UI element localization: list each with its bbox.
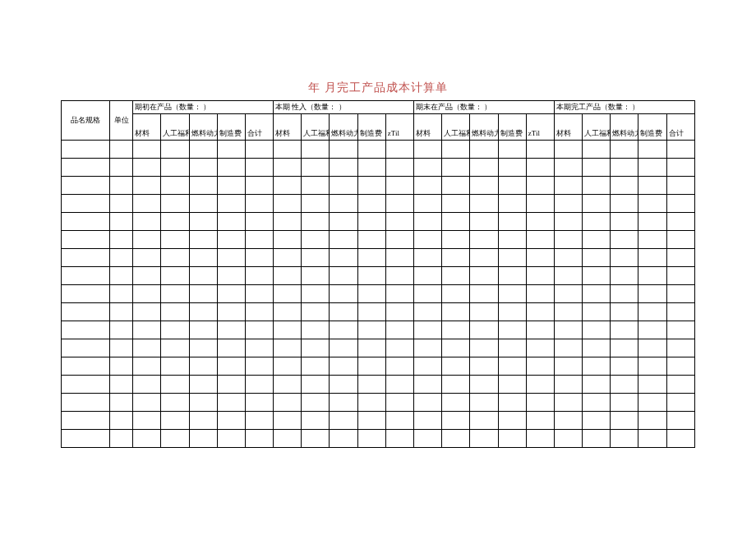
- cell: [666, 285, 694, 303]
- cell: [414, 357, 442, 376]
- cell: [385, 303, 413, 321]
- cell: [357, 195, 385, 213]
- cell: [245, 285, 273, 303]
- cell: [498, 159, 526, 177]
- cell: [554, 249, 582, 267]
- cell: [357, 321, 385, 339]
- cell: [133, 430, 161, 448]
- cell: [109, 357, 132, 376]
- g2-fuel: 燃料动力: [330, 114, 357, 141]
- cell: [245, 159, 273, 177]
- cell: [189, 177, 217, 195]
- cell: [161, 195, 189, 213]
- cell: [217, 412, 245, 430]
- cell: [666, 430, 694, 448]
- cell: [274, 321, 302, 339]
- cell: [498, 303, 526, 321]
- cell: [161, 267, 189, 285]
- g2-overhead: 制造费: [357, 114, 385, 141]
- cell: [109, 141, 132, 159]
- cell: [62, 249, 110, 267]
- cell: [189, 159, 217, 177]
- cell: [442, 321, 470, 339]
- cell: [638, 357, 666, 376]
- cell: [498, 357, 526, 376]
- cell: [189, 412, 217, 430]
- cell: [302, 177, 330, 195]
- cell: [330, 412, 357, 430]
- cell: [274, 430, 302, 448]
- cell: [357, 267, 385, 285]
- cell: [498, 321, 526, 339]
- cell: [245, 177, 273, 195]
- cell: [62, 394, 110, 412]
- cell: [245, 267, 273, 285]
- cell: [133, 339, 161, 357]
- cell: [470, 376, 498, 394]
- cell: [638, 321, 666, 339]
- cell: [498, 141, 526, 159]
- table-row: [62, 195, 695, 213]
- cell: [189, 195, 217, 213]
- cell: [583, 339, 611, 357]
- cell: [498, 285, 526, 303]
- g1-material: 材料: [133, 114, 161, 141]
- cell: [554, 430, 582, 448]
- g1-overhead: 制造费: [217, 114, 245, 141]
- cell: [666, 231, 694, 249]
- cell: [526, 195, 554, 213]
- cell: [498, 430, 526, 448]
- cell: [330, 376, 357, 394]
- cell: [189, 339, 217, 357]
- cell: [245, 303, 273, 321]
- cell: [385, 394, 413, 412]
- cell: [470, 267, 498, 285]
- table-row: [62, 159, 695, 177]
- cell: [357, 249, 385, 267]
- cell: [245, 195, 273, 213]
- cell: [133, 303, 161, 321]
- cell: [109, 285, 132, 303]
- table-row: [62, 213, 695, 231]
- group-completed: 本期完工产品（数量： ）: [554, 101, 694, 114]
- g2-labor: 人工福利: [302, 114, 330, 141]
- cell: [638, 285, 666, 303]
- cell: [385, 231, 413, 249]
- cell: [414, 285, 442, 303]
- cell: [385, 412, 413, 430]
- cell: [470, 249, 498, 267]
- cell: [385, 357, 413, 376]
- cell: [385, 141, 413, 159]
- cell: [62, 412, 110, 430]
- cell: [274, 177, 302, 195]
- cell: [302, 376, 330, 394]
- cell: [414, 412, 442, 430]
- cell: [245, 357, 273, 376]
- table-row: [62, 267, 695, 285]
- cell: [161, 285, 189, 303]
- cell: [583, 357, 611, 376]
- cell: [357, 141, 385, 159]
- cell: [217, 177, 245, 195]
- cell: [217, 141, 245, 159]
- cell: [666, 195, 694, 213]
- cell: [302, 321, 330, 339]
- cell: [302, 141, 330, 159]
- cell: [638, 339, 666, 357]
- cell: [385, 267, 413, 285]
- cell: [526, 213, 554, 231]
- g4-material: 材料: [554, 114, 582, 141]
- cell: [330, 267, 357, 285]
- cell: [414, 249, 442, 267]
- cell: [385, 285, 413, 303]
- cell: [442, 430, 470, 448]
- cell: [442, 412, 470, 430]
- cell: [217, 321, 245, 339]
- cell: [414, 177, 442, 195]
- cell: [554, 412, 582, 430]
- cell: [526, 430, 554, 448]
- cell: [189, 249, 217, 267]
- g4-labor: 人工福利: [583, 114, 611, 141]
- cell: [357, 394, 385, 412]
- cell: [638, 231, 666, 249]
